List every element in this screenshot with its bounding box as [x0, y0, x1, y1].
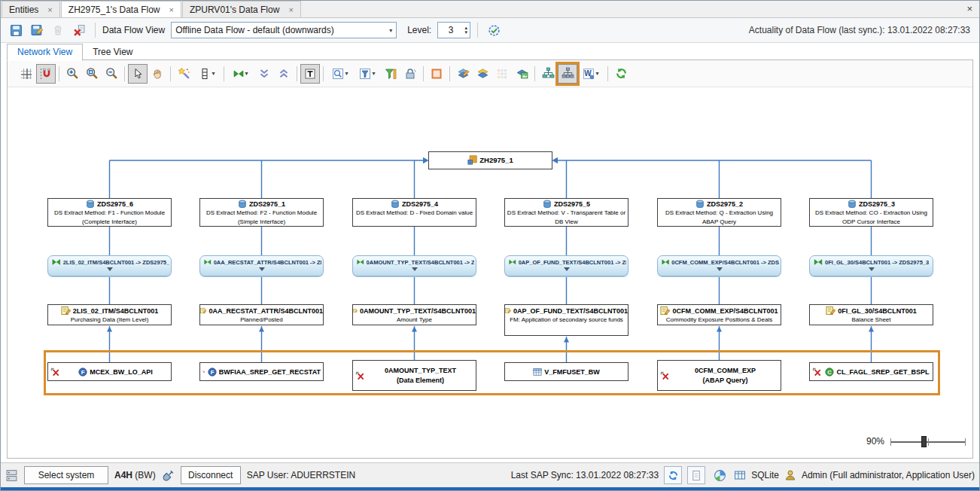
search-button[interactable]: ▾	[327, 64, 354, 84]
tab-entities[interactable]: Entities×	[2, 1, 60, 17]
disconnect-button[interactable]: Disconnect	[181, 466, 241, 484]
node-title: BWFIAA_SREP_GET_RECSTAT	[219, 367, 321, 377]
layers-edit-button[interactable]	[453, 64, 473, 84]
datasource-node[interactable]: ZDS2975_4DS Extract Method: D - Fixed Do…	[352, 198, 476, 227]
datasource-node[interactable]: ZDS2975_6DS Extract Method: F1 - Functio…	[47, 198, 172, 227]
datasource-node[interactable]: ZDS2975_1DS Extract Method: F2 - Functio…	[199, 198, 324, 227]
tab-tree-view[interactable]: Tree View	[83, 44, 142, 60]
node-title: ZDS2975_4	[402, 200, 438, 209]
hand-icon	[151, 68, 163, 80]
grid-button[interactable]	[17, 64, 36, 84]
select-system-button[interactable]: Select system	[24, 466, 108, 484]
pan-tool-button[interactable]	[148, 64, 167, 84]
save-button[interactable]	[7, 21, 25, 39]
color-dots-icon	[496, 68, 508, 80]
data-flow-view-select[interactable]: Offline Data Flow - default (downwards) …	[171, 22, 397, 38]
colors-button[interactable]	[492, 64, 512, 84]
layers-image-button[interactable]	[512, 64, 531, 84]
select-tool-button[interactable]	[128, 64, 148, 84]
highlight-frame-button[interactable]	[427, 64, 446, 84]
node-desc: DS Extract Method: F2 - Function Module …	[200, 209, 323, 226]
extractor-node[interactable]: V_FMFUSET_BW	[504, 362, 628, 381]
datasource-node[interactable]: ZDS2975_3DS Extract Method: CO - Extract…	[809, 198, 933, 227]
tab-zh2975-data-flow[interactable]: ZH2975_1's Data Flow×	[61, 1, 181, 17]
source-datasource-node[interactable]: 0AP_OF_FUND_TEXT/S4BCLNT001FM: Applicati…	[504, 304, 628, 336]
datasource-node[interactable]: ZDS2975_5DS Extract Method: V - Transpar…	[504, 198, 628, 227]
hierarchic-layout-button[interactable]	[558, 64, 577, 84]
collapse-nodes-button[interactable]: ▾	[227, 64, 254, 84]
node-desc: Amount Type	[353, 316, 476, 325]
transformation-node[interactable]: 0AA_RECSTAT_ATTR/S4BCLNT001 -> ZDS2975_1	[199, 255, 324, 276]
window-close-icon[interactable]: ×	[966, 3, 972, 14]
source-datasource-node[interactable]: 0AA_RECSTAT_ATTR/S4BCLNT001Planned/Poste…	[199, 304, 324, 325]
separator	[170, 66, 171, 81]
text-mode-button[interactable]	[300, 64, 320, 84]
sync-check-button[interactable]	[485, 21, 503, 39]
lock-button[interactable]	[400, 64, 420, 84]
spin-down-icon[interactable]: ▼	[464, 30, 468, 35]
expand-all-button[interactable]	[254, 64, 274, 84]
transformation-node[interactable]: 0AMOUNT_TYP_TEXT/S4BCLNT001 -> ZDS2975_4	[352, 255, 476, 276]
layers-icon	[476, 67, 489, 80]
source-datasource-node[interactable]: 2LIS_02_ITM/S4BCLNT001Purchasing Data (I…	[47, 304, 172, 325]
extractor-node[interactable]: 0AMOUNT_TYP_TEXT(Data Element)	[352, 360, 476, 391]
extractor-node[interactable]: 0CFM_COMM_EXP(ABAP Query)	[657, 360, 781, 391]
layers-button[interactable]	[473, 64, 492, 84]
filter-add-button[interactable]	[381, 64, 400, 84]
zoom-slider[interactable]	[890, 435, 966, 447]
extractor-node[interactable]: MCEX_BW_LO_API	[47, 362, 172, 381]
level-stepper[interactable]: 3 ▲▼	[437, 22, 470, 38]
infoprovider-icon	[467, 155, 477, 165]
delete-red-x-icon	[73, 24, 86, 37]
collapse-all-button[interactable]	[274, 64, 294, 84]
log-button[interactable]	[687, 466, 705, 484]
refresh-button[interactable]	[611, 64, 631, 84]
tab-close-icon[interactable]: ×	[169, 5, 173, 14]
node-desc: DS Extract Method: CO - Extraction Using…	[810, 209, 933, 226]
timezone-button[interactable]	[711, 466, 729, 484]
zoom-fit-button[interactable]	[82, 64, 102, 84]
tab-network-view[interactable]: Network View	[7, 44, 83, 61]
delete-button[interactable]	[49, 21, 67, 39]
node-subtitle: (ABAP Query)	[703, 376, 748, 385]
layers-image-icon	[516, 67, 528, 80]
tab-zpurv01-data-flow[interactable]: ZPURV01's Data Flow×	[182, 1, 301, 17]
extractor-node[interactable]: BWFIAA_SREP_GET_RECSTAT	[199, 362, 324, 381]
discard-button[interactable]	[70, 21, 88, 39]
database-icon	[86, 200, 95, 209]
node-title: ZDS2975_3	[859, 200, 895, 209]
tab-close-icon[interactable]: ×	[288, 5, 293, 14]
snap-button[interactable]	[36, 64, 56, 84]
tab-label: Entities	[9, 5, 38, 15]
database-icon	[238, 200, 247, 209]
datasource-node[interactable]: ZDS2975_2DS Extract Method: Q - Extracti…	[657, 198, 781, 227]
source-datasource-node[interactable]: 0AMOUNT_TYP_TEXT/S4BCLNT001Amount Type	[352, 304, 476, 325]
source-datasource-node[interactable]: 0CFM_COMM_EXP/S4BCLNT001Commodity Exposu…	[657, 304, 781, 325]
transformation-node[interactable]: 0FI_GL_30/S4BCLNT001 -> ZDS2975_3	[809, 255, 933, 276]
infoprovider-node[interactable]: ZH2975_1	[428, 151, 552, 169]
tree-layout-button[interactable]	[538, 64, 558, 84]
network-view-panel: ▾ ▾ ▾ ▾ W▾	[7, 59, 973, 459]
transformation-node[interactable]: 0AP_OF_FUND_TEXT/S4BCLNT001 -> ZDS2975_5	[504, 255, 628, 276]
source-datasource-node[interactable]: 0FI_GL_30/S4BCLNT001Balance Sheet	[809, 304, 933, 325]
transformation-node[interactable]: 2LIS_02_ITM/S4BCLNT001 -> ZDS2975_6	[47, 255, 172, 276]
zoom-out-button[interactable]	[102, 64, 121, 84]
sync-refresh-button[interactable]	[664, 466, 682, 484]
double-chevron-down-icon	[258, 68, 270, 80]
graph-toolbar: ▾ ▾ ▾ ▾ W▾	[8, 60, 972, 87]
slider-tick	[890, 438, 891, 446]
zoom-in-button[interactable]	[62, 64, 82, 84]
extractor-node[interactable]: CL_FAGL_SREP_GET_BSPL	[809, 362, 933, 381]
filter-button[interactable]: ▾	[354, 64, 381, 84]
datasource-icon	[505, 306, 511, 316]
auto-layout-button[interactable]	[174, 64, 193, 84]
separator	[477, 23, 478, 38]
column-layout-button[interactable]: ▾	[193, 64, 221, 84]
export-word-button[interactable]: W▾	[577, 64, 604, 84]
zoom-slider-handle[interactable]	[921, 436, 927, 447]
separator	[607, 66, 608, 81]
save-as-button[interactable]	[28, 21, 46, 39]
graph-canvas[interactable]: ZH2975_1 ZDS2975_6DS Extract Method: F1 …	[8, 87, 972, 458]
transformation-node[interactable]: 0CFM_COMM_EXP/S4BCLNT001 -> ZDS2975_2	[657, 255, 781, 276]
tab-close-icon[interactable]: ×	[47, 5, 52, 14]
